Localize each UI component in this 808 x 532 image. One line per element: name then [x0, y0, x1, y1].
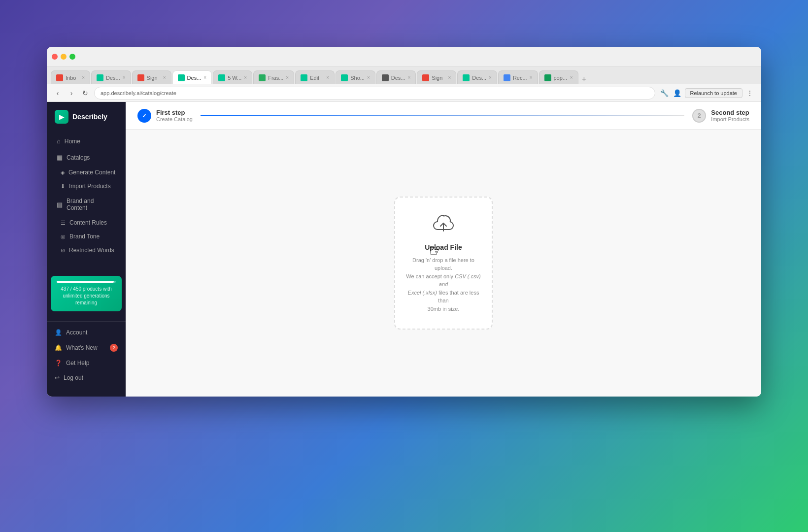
tab-des-active[interactable]: Des... × [172, 70, 212, 84]
tab-icon [422, 74, 429, 81]
account-icon[interactable]: 👤 [672, 88, 683, 99]
tab-close-icon[interactable]: × [82, 75, 85, 80]
help-icon: ❓ [55, 360, 62, 366]
tab-icon [218, 74, 225, 81]
home-icon: ⌂ [57, 137, 61, 145]
browser-window: Inbo × Des... × Sign × Des... × 5 W... ×… [47, 47, 761, 397]
sidebar-item-home-label: Home [65, 138, 80, 145]
tab-label: Edit [310, 75, 324, 81]
maximize-button[interactable] [69, 54, 75, 60]
tab-des3[interactable]: Des... × [457, 70, 497, 84]
step-2-subtitle: Import Products [711, 116, 749, 122]
tab-5w[interactable]: 5 W... × [213, 70, 252, 84]
tab-label: Des... [106, 75, 120, 81]
progress-card: 437 / 450 products with unlimited genera… [51, 276, 122, 311]
step-2-circle: 2 [692, 109, 706, 123]
tab-pop[interactable]: pop... × [539, 70, 578, 84]
tab-icon [56, 74, 63, 81]
step-1: ✓ First step Create Catalog [137, 109, 193, 123]
sidebar: ▶ Describely ⌂ Home ▦ Catalogs ◈ Generat… [47, 102, 126, 397]
tab-label: Sign [432, 75, 445, 81]
sidebar-item-account-label: Account [66, 329, 87, 336]
tab-rec[interactable]: Rec... × [498, 70, 538, 84]
tab-close-icon[interactable]: × [570, 75, 573, 80]
browser-actions: 🔧 👤 Relaunch to update ⋮ [659, 88, 755, 99]
brand-tone-icon: ◎ [61, 233, 66, 240]
url-input[interactable]: app.describely.ai/catalog/create [94, 87, 655, 100]
whats-new-icon: 🔔 [55, 344, 62, 351]
tab-sho[interactable]: Sho... × [336, 70, 375, 84]
tab-icon [341, 74, 348, 81]
sidebar-item-brand-content[interactable]: ▤ Brand and Content [49, 194, 124, 215]
tab-close-icon[interactable]: × [489, 75, 492, 80]
extensions-icon[interactable]: 🔧 [659, 88, 670, 99]
relaunch-button[interactable]: Relaunch to update [685, 88, 742, 98]
tab-icon [463, 74, 470, 81]
minimize-button[interactable] [61, 54, 67, 60]
tab-label: Rec... [513, 75, 527, 81]
step-1-info: First step Create Catalog [156, 109, 193, 122]
logo-text: Describely [72, 113, 107, 121]
sidebar-item-content-rules[interactable]: ☰ Content Rules [47, 216, 126, 229]
brand-content-icon: ▤ [57, 201, 63, 208]
upload-description: Drag 'n' drop a file here to upload. We … [405, 256, 482, 313]
tab-close-icon[interactable]: × [244, 75, 247, 80]
tab-close-icon[interactable]: × [367, 75, 370, 80]
content-rules-icon: ☰ [61, 220, 66, 226]
upload-cloud-icon [405, 213, 482, 237]
sidebar-item-catalogs[interactable]: ▦ Catalogs [49, 150, 124, 165]
upload-area: Upload File Drag 'n' drop a file here to… [126, 130, 761, 397]
tab-des2[interactable]: Des... × [376, 70, 416, 84]
catalogs-icon: ▦ [57, 154, 63, 161]
tab-fras[interactable]: Fras... × [253, 70, 294, 84]
main-content: ✓ First step Create Catalog 2 Second ste… [126, 102, 761, 397]
sidebar-item-restricted-label: Restricted Words [69, 247, 114, 254]
new-tab-button[interactable]: + [579, 74, 589, 84]
close-button[interactable] [52, 54, 58, 60]
upload-dropzone[interactable]: Upload File Drag 'n' drop a file here to… [394, 197, 493, 330]
tab-sign2[interactable]: Sign × [417, 70, 456, 84]
back-button[interactable]: ‹ [53, 88, 63, 98]
tab-edit[interactable]: Edit × [295, 70, 335, 84]
tab-close-icon[interactable]: × [163, 75, 166, 80]
tab-label: pop... [554, 75, 568, 81]
sidebar-item-get-help[interactable]: ❓ Get Help [47, 356, 126, 370]
logout-icon: ↩ [55, 374, 60, 381]
tab-close-icon[interactable]: × [123, 75, 126, 80]
tab-close-icon[interactable]: × [203, 75, 206, 80]
sidebar-item-generate-label: Generate Content [68, 169, 115, 176]
menu-icon[interactable]: ⋮ [744, 88, 755, 99]
progress-bar-background [57, 281, 116, 283]
sidebar-item-home[interactable]: ⌂ Home [49, 133, 124, 149]
tab-close-icon[interactable]: × [530, 75, 533, 80]
refresh-button[interactable]: ↻ [80, 88, 90, 98]
tab-close-icon[interactable]: × [448, 75, 451, 80]
sidebar-item-whats-new[interactable]: 🔔 What's New 2 [47, 340, 126, 355]
sidebar-item-restricted-words[interactable]: ⊘ Restricted Words [47, 244, 126, 257]
step-2-info: Second step Import Products [711, 109, 749, 122]
sidebar-item-account[interactable]: 👤 Account [47, 326, 126, 339]
restricted-words-icon: ⊘ [61, 247, 65, 254]
forward-button[interactable]: › [67, 88, 76, 98]
stepper: ✓ First step Create Catalog 2 Second ste… [126, 102, 761, 130]
tab-icon [137, 74, 144, 81]
tab-close-icon[interactable]: × [326, 75, 329, 80]
account-icon: 👤 [55, 329, 62, 336]
progress-text: 437 / 450 products with unlimited genera… [57, 286, 116, 306]
tab-label: 5 W... [228, 75, 241, 81]
tab-close-icon[interactable]: × [408, 75, 411, 80]
sidebar-item-brand-tone[interactable]: ◎ Brand Tone [47, 230, 126, 243]
tab-label: Sign [147, 75, 161, 81]
step-1-subtitle: Create Catalog [156, 116, 193, 122]
whats-new-badge: 2 [110, 344, 118, 352]
sidebar-item-content-rules-label: Content Rules [69, 219, 107, 226]
tab-close-icon[interactable]: × [286, 75, 289, 80]
progress-bar-fill [57, 281, 114, 283]
sidebar-item-log-out[interactable]: ↩ Log out [47, 371, 126, 385]
tab-icon [301, 74, 307, 81]
tab-des1[interactable]: Des... × [91, 70, 131, 84]
tab-inbox[interactable]: Inbo × [51, 70, 90, 84]
tab-sign[interactable]: Sign × [132, 70, 171, 84]
sidebar-item-import-products[interactable]: ⬇ Import Products [47, 180, 126, 193]
sidebar-item-generate-content[interactable]: ◈ Generate Content [47, 166, 126, 179]
